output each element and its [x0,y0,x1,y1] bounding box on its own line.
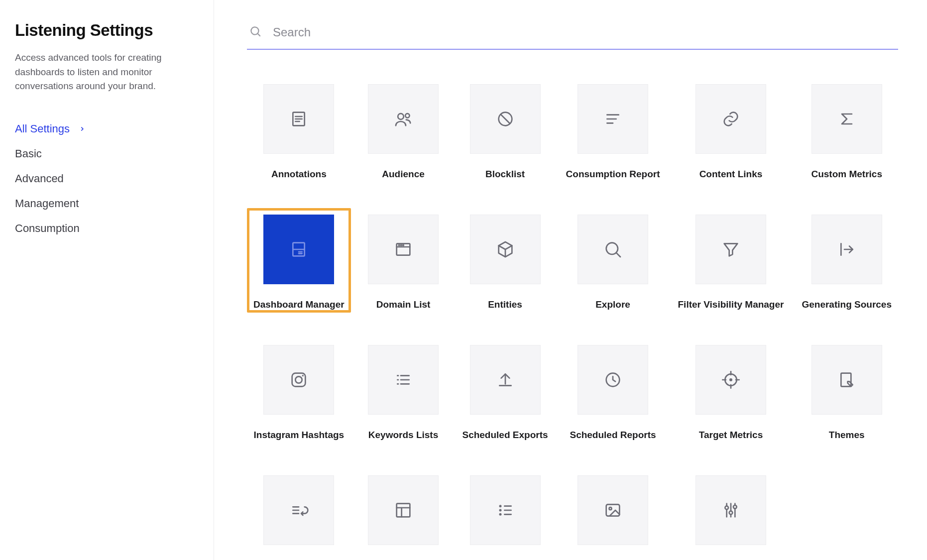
tile-layout[interactable] [356,469,451,560]
export-right-icon [811,215,882,284]
bullets-icon [470,475,541,545]
page-title: Listening Settings [15,21,199,40]
search-bar[interactable] [247,21,898,50]
sidebar-item-label: Basic [15,147,42,160]
magnifier-icon [578,215,648,284]
sidebar-item-management[interactable]: Management [15,191,199,216]
instagram-icon [263,345,334,415]
svg-point-7 [405,113,409,117]
tiles-grid: AnnotationsAudienceBlocklistConsumption … [247,78,898,560]
tile-themes[interactable]: Themes [795,338,898,443]
tile-label: Audience [382,169,425,180]
svg-point-58 [725,506,728,510]
tile-label: Annotations [271,169,327,180]
svg-point-20 [401,245,402,246]
tile-label: Filter Visibility Manager [678,299,784,310]
tile-blocklist[interactable]: Blocklist [456,78,554,182]
svg-point-26 [302,375,304,376]
svg-point-59 [729,511,733,515]
cube-icon [470,215,541,284]
tile-bullet-list[interactable] [456,469,554,560]
window-icon [368,215,439,284]
sigma-icon [811,84,882,154]
tile-keywords-lists[interactable]: Keywords Lists [356,338,451,443]
svg-line-23 [616,253,620,257]
sidebar-item-basic[interactable]: Basic [15,141,199,166]
list-dots-icon [368,345,439,415]
svg-rect-44 [397,504,410,517]
upload-icon [470,345,541,415]
clock-icon [578,345,648,415]
tile-label: Scheduled Exports [462,430,548,441]
tile-label: Generating Sources [802,299,892,310]
tile-annotations[interactable]: Annotations [247,78,351,182]
sidebar-item-consumption[interactable]: Consumption [15,216,199,241]
layout-icon [368,475,439,545]
tile-label: Target Metrics [699,430,763,441]
svg-point-0 [251,27,258,34]
tile-scheduled-exports[interactable]: Scheduled Exports [456,338,554,443]
tile-label: Scheduled Reports [570,430,656,441]
dash-icon [263,215,334,284]
sidebar-item-label: Consumption [15,222,80,235]
tile-label: Keywords Lists [368,430,438,441]
sidebar-nav: All SettingsBasicAdvancedManagementConsu… [15,116,199,241]
link-icon [695,84,766,154]
doc-lines-icon [263,84,334,154]
lines-stagger-icon [578,84,648,154]
tile-label: Themes [829,430,865,441]
image-icon [578,475,648,545]
sidebar-item-advanced[interactable]: Advanced [15,166,199,191]
block-icon [470,84,541,154]
svg-line-9 [500,114,509,123]
tile-label: Instagram Hashtags [254,430,345,441]
sidebar-item-label: Management [15,197,79,210]
svg-point-19 [399,245,400,246]
svg-point-39 [730,379,731,380]
sidebar-item-label: All Settings [15,122,70,135]
tile-entities[interactable]: Entities [456,208,554,313]
tile-instagram-hashtags[interactable]: Instagram Hashtags [247,338,351,443]
tile-scheduled-reports[interactable]: Scheduled Reports [560,338,667,443]
main-content: AnnotationsAudienceBlocklistConsumption … [214,0,927,560]
svg-point-25 [296,376,302,383]
tile-label: Blocklist [485,169,525,180]
svg-point-47 [499,505,501,507]
chevron-right-icon [79,125,86,132]
svg-point-54 [609,507,612,510]
funnel-icon [695,215,766,284]
tile-label: Domain List [376,299,431,310]
tile-domain-list[interactable]: Domain List [356,208,451,313]
search-input[interactable] [273,25,898,39]
tile-label: Entities [488,299,522,310]
tile-label: Consumption Report [566,169,660,180]
tile-audience[interactable]: Audience [356,78,451,182]
undo-list-icon [263,475,334,545]
tile-generating-sources[interactable]: Generating Sources [795,208,898,313]
tile-custom-metrics[interactable]: Custom Metrics [795,78,898,182]
tile-consumption-report[interactable]: Consumption Report [560,78,667,182]
tile-image[interactable] [560,469,667,560]
svg-point-6 [398,113,404,119]
users-icon [368,84,439,154]
svg-point-49 [499,513,501,516]
tile-label: Dashboard Manager [253,299,345,310]
tile-sliders[interactable] [672,469,791,560]
tile-undo[interactable] [247,469,351,560]
sliders-icon [695,475,766,545]
tile-label: Explore [595,299,630,310]
svg-point-21 [403,245,404,246]
page-subtitle: Access advanced tools for creating dashb… [15,51,199,94]
svg-point-48 [499,509,501,512]
page-pen-icon [811,345,882,415]
search-icon [249,25,262,40]
tile-target-metrics[interactable]: Target Metrics [672,338,791,443]
tile-dashboard-manager[interactable]: Dashboard Manager [247,208,351,313]
tile-filter-visibility[interactable]: Filter Visibility Manager [672,208,791,313]
sidebar-item-label: Advanced [15,172,64,185]
tile-explore[interactable]: Explore [560,208,667,313]
svg-line-1 [258,34,260,36]
sidebar-item-all-settings[interactable]: All Settings [15,116,199,141]
tile-content-links[interactable]: Content Links [672,78,791,182]
sidebar: Listening Settings Access advanced tools… [0,0,214,560]
